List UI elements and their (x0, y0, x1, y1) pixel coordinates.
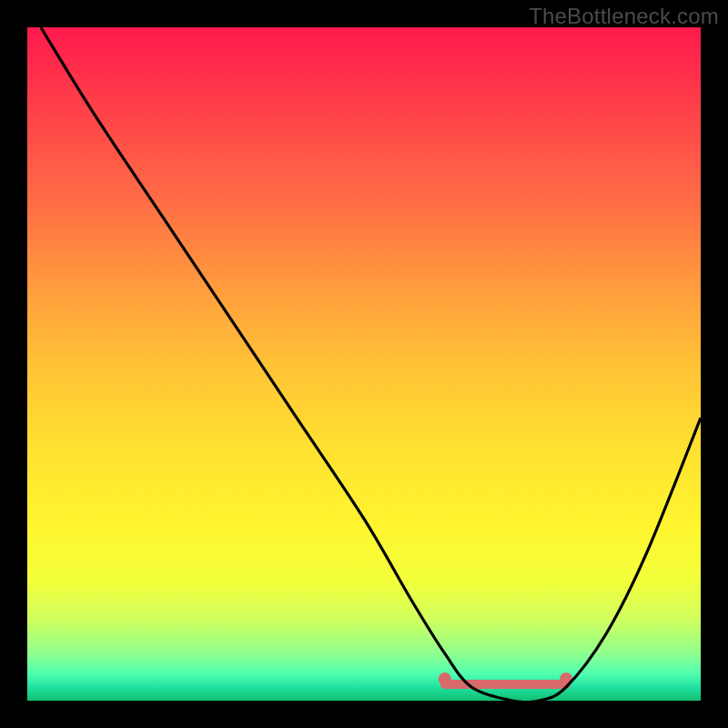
chart-frame: TheBottleneck.com (0, 0, 728, 728)
bottleneck-curve (41, 27, 701, 701)
chart-svg (27, 27, 701, 701)
optimal-band-dot-left (439, 672, 451, 685)
watermark-label: TheBottleneck.com (529, 4, 719, 29)
plot-area (27, 27, 701, 701)
